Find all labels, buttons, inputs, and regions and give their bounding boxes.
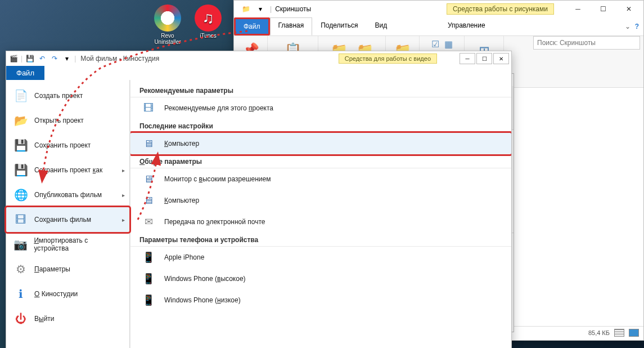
menu-save-project-as[interactable]: 💾Сохранить проект как▸ [6, 158, 129, 182]
menu-parameters[interactable]: ⚙Параметры [6, 257, 129, 282]
minimize-button[interactable]: ─ [565, 1, 591, 17]
tab-file[interactable]: Файл [234, 17, 270, 35]
menu-create-project[interactable]: 📄Создать проект [6, 83, 129, 108]
phone-icon: 📱 [139, 250, 157, 265]
monitor-icon: 🖥 [139, 193, 157, 208]
app-icon: 🎬 [8, 53, 19, 64]
file-menu: 📄Создать проект 📂Открыть проект 💾Сохрани… [6, 80, 511, 348]
folder-icon: 📁 [240, 3, 252, 15]
menu-about[interactable]: ℹО Киностудии [6, 282, 129, 306]
undo-icon[interactable]: ↶ [37, 53, 47, 64]
close-button[interactable]: ✕ [616, 1, 641, 17]
file-menu-right: Рекомендуемые параметры 🎞Рекомендуемые д… [130, 80, 511, 348]
itunes-icon: ♫ [195, 5, 222, 32]
status-size: 85,4 КБ [588, 329, 610, 336]
envelope-icon: ✉ [139, 215, 157, 229]
opt-windows-phone-lo[interactable]: 📱Windows Phone (низкое) [130, 289, 511, 311]
qat-dropdown-icon[interactable]: ▾ [254, 3, 267, 15]
section-recent: Последние настройки [130, 119, 511, 133]
desktop-icon-label: iTunes [200, 33, 217, 39]
chevron-right-icon: ▸ [122, 217, 125, 223]
window-title: Скриншоты [272, 5, 447, 13]
moviemaker-titlebar: 🎬 | 💾 ↶ ↷ ▾ | Мой фильм - Киностудия Сре… [6, 51, 511, 66]
opt-computer[interactable]: 🖥Компьютер [130, 133, 511, 154]
maximize-button[interactable]: ☐ [591, 1, 616, 17]
desktop-icon-itunes[interactable]: ♫ iTunes [191, 5, 225, 39]
properties-icon[interactable]: ☑ [430, 38, 441, 50]
phone-icon: 📱 [139, 271, 157, 286]
menu-open-project[interactable]: 📂Открыть проект [6, 108, 129, 133]
opt-iphone[interactable]: 📱Apple iPhone [130, 247, 511, 268]
desktop-icon-label: Revo Uninstaller [154, 33, 181, 45]
tab-manage[interactable]: Управление [439, 17, 494, 35]
save-icon[interactable]: 💾 [25, 53, 35, 64]
maximize-button[interactable]: ☐ [476, 53, 492, 64]
monitor-hd-icon: 🖥 [139, 172, 157, 186]
menu-save-film[interactable]: 🎞Сохранить фильм▸ [6, 207, 129, 232]
opt-recommended-project[interactable]: 🎞Рекомендуемые для этого проекта [130, 97, 511, 119]
thumbnails-view-icon[interactable] [629, 329, 639, 337]
contextual-tab[interactable]: Средства работы с рисунками [447, 3, 554, 15]
phone-icon: 📱 [139, 293, 157, 307]
moviemaker-window: 🎬 | 💾 ↶ ↷ ▾ | Мой фильм - Киностудия Сре… [6, 51, 512, 348]
save-icon: 💾 [13, 137, 29, 153]
info-icon: ℹ [13, 286, 29, 302]
window-title: Мой фильм - Киностудия [76, 55, 339, 63]
menu-exit[interactable]: ⏻Выйти [6, 306, 129, 331]
globe-icon: 🌐 [13, 187, 29, 203]
opt-hires[interactable]: 🖥Монитор с высоким разрешением [130, 168, 511, 190]
new-icon: 📄 [13, 88, 29, 104]
close-button[interactable]: ✕ [493, 53, 509, 64]
minimize-button[interactable]: ─ [460, 53, 475, 64]
exit-icon: ⏻ [13, 311, 29, 327]
ribbon-tabs: Файл Главная Поделиться Вид Управление ⌄… [234, 17, 643, 36]
camera-icon: 📷 [13, 237, 28, 252]
tab-file[interactable]: Файл [6, 66, 44, 80]
film-icon: 🎞 [139, 101, 157, 115]
chevron-right-icon: ▸ [122, 192, 125, 198]
explorer-titlebar: 📁 ▾ | Скриншоты Средства работы с рисунк… [234, 1, 643, 17]
menu-save-project[interactable]: 💾Сохранить проект [6, 133, 129, 158]
opt-email[interactable]: ✉Передача по электронной почте [130, 211, 511, 233]
search-input[interactable] [533, 36, 640, 50]
details-view-icon[interactable] [614, 329, 624, 337]
film-icon: 🎞 [13, 212, 29, 227]
qat-dropdown-icon[interactable]: ▾ [62, 53, 72, 64]
help-icon[interactable]: ? [635, 23, 639, 30]
section-recommended: Рекомендуемые параметры [130, 83, 511, 97]
file-menu-left: 📄Создать проект 📂Открыть проект 💾Сохрани… [6, 80, 130, 348]
redo-icon[interactable]: ↷ [49, 53, 60, 64]
menu-publish-film[interactable]: 🌐Опубликовать фильм▸ [6, 182, 129, 207]
menu-import-device[interactable]: 📷Импортировать с устройства [6, 232, 129, 257]
revo-icon [154, 5, 181, 32]
expand-ribbon-icon[interactable]: ⌄ [625, 23, 631, 30]
tab-view[interactable]: Вид [366, 17, 395, 35]
chevron-right-icon: ▸ [122, 167, 125, 173]
open-icon: 📂 [13, 113, 29, 128]
monitor-icon: 🖥 [139, 136, 157, 151]
section-phone: Параметры телефона и устройства [130, 233, 511, 247]
saveas-icon: 💾 [13, 162, 29, 178]
opt-windows-phone-hi[interactable]: 📱Windows Phone (высокое) [130, 268, 511, 289]
search-box[interactable] [533, 36, 640, 50]
desktop-icon-revo[interactable]: Revo Uninstaller [151, 5, 184, 45]
gear-icon: ⚙ [13, 261, 29, 277]
section-common: Общие параметры [130, 154, 511, 168]
tab-share[interactable]: Поделиться [312, 17, 366, 35]
opt-computer-2[interactable]: 🖥Компьютер [130, 190, 511, 211]
video-tools-tab[interactable]: Средства для работы с видео [339, 53, 437, 64]
open-icon[interactable]: ▦ [443, 38, 454, 50]
tab-home[interactable]: Главная [270, 17, 313, 35]
